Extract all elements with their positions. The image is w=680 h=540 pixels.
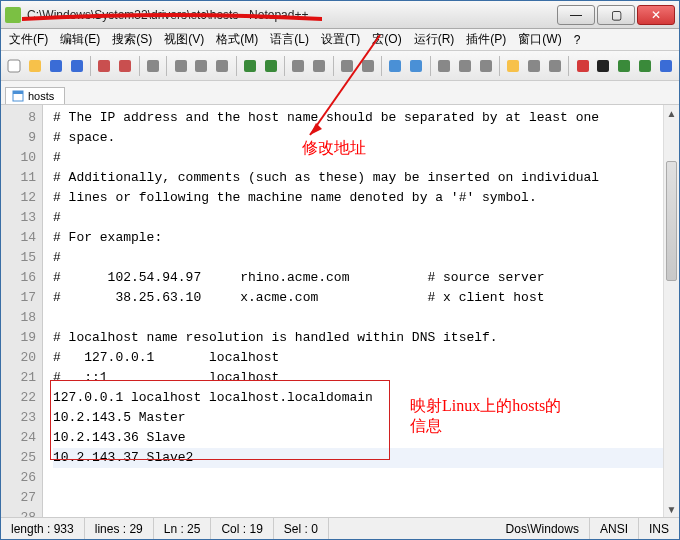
line-number: 11 (1, 168, 36, 188)
close-all-icon[interactable] (116, 56, 135, 76)
menu-item-7[interactable]: 宏(O) (366, 29, 407, 50)
svg-rect-26 (618, 60, 630, 72)
code-line[interactable]: 127.0.0.1 localhost localhost.localdomai… (53, 388, 679, 408)
svg-rect-10 (244, 60, 256, 72)
code-line[interactable]: 10.2.143.5 Master (53, 408, 679, 428)
redo-icon[interactable] (261, 56, 280, 76)
svg-rect-0 (8, 60, 20, 72)
doc-map-icon[interactable] (525, 56, 544, 76)
menu-item-10[interactable]: 窗口(W) (512, 29, 567, 50)
paste-icon[interactable] (213, 56, 232, 76)
open-file-icon[interactable] (26, 56, 45, 76)
sync-h-icon[interactable] (407, 56, 426, 76)
record-icon[interactable] (573, 56, 592, 76)
app-icon (5, 7, 21, 23)
code-line[interactable]: 10.2.143.36 Slave (53, 428, 679, 448)
show-all-icon[interactable] (455, 56, 474, 76)
tab-hosts[interactable]: hosts (5, 87, 65, 104)
new-file-icon[interactable] (5, 56, 24, 76)
status-eol: Dos\Windows (496, 518, 590, 539)
toolbar-separator (430, 56, 431, 76)
find-icon[interactable] (289, 56, 308, 76)
svg-rect-2 (50, 60, 62, 72)
svg-rect-5 (119, 60, 131, 72)
code-line[interactable] (53, 488, 679, 508)
svg-rect-12 (292, 60, 304, 72)
menu-item-11[interactable]: ? (568, 31, 587, 49)
code-line[interactable]: # lines or following the machine name de… (53, 188, 679, 208)
toolbar-separator (284, 56, 285, 76)
line-number: 22 (1, 388, 36, 408)
scroll-track[interactable] (664, 121, 679, 501)
play-icon[interactable] (615, 56, 634, 76)
play-multi-icon[interactable] (635, 56, 654, 76)
code-line[interactable]: # Additionally, comments (such as these)… (53, 168, 679, 188)
code-line[interactable]: # 38.25.63.10 x.acme.com # x client host (53, 288, 679, 308)
toolbar (1, 51, 679, 81)
code-line[interactable]: # (53, 148, 679, 168)
code-line[interactable]: # 102.54.94.97 rhino.acme.com # source s… (53, 268, 679, 288)
menu-item-2[interactable]: 搜索(S) (106, 29, 158, 50)
code-line[interactable]: # space. (53, 128, 679, 148)
save-all-icon[interactable] (67, 56, 86, 76)
save-macro-icon[interactable] (656, 56, 675, 76)
svg-rect-13 (313, 60, 325, 72)
func-list-icon[interactable] (545, 56, 564, 76)
code-line[interactable]: # ::1 localhost (53, 368, 679, 388)
close-icon[interactable] (95, 56, 114, 76)
scroll-down-icon[interactable]: ▼ (664, 501, 679, 517)
scroll-thumb[interactable] (666, 161, 677, 281)
menu-item-4[interactable]: 格式(M) (210, 29, 264, 50)
menu-item-3[interactable]: 视图(V) (158, 29, 210, 50)
wrap-icon[interactable] (435, 56, 454, 76)
menu-item-1[interactable]: 编辑(E) (54, 29, 106, 50)
code-line[interactable]: # (53, 248, 679, 268)
menu-item-6[interactable]: 设置(T) (315, 29, 366, 50)
line-gutter: 8910111213141516171819202122232425262728 (1, 105, 43, 517)
menu-item-0[interactable]: 文件(F) (3, 29, 54, 50)
status-encoding: ANSI (590, 518, 639, 539)
sync-v-icon[interactable] (386, 56, 405, 76)
menu-item-5[interactable]: 语言(L) (264, 29, 315, 50)
code-line[interactable]: # 127.0.0.1 localhost (53, 348, 679, 368)
cut-icon[interactable] (171, 56, 190, 76)
undo-icon[interactable] (241, 56, 260, 76)
scroll-up-icon[interactable]: ▲ (664, 105, 679, 121)
menu-item-9[interactable]: 插件(P) (460, 29, 512, 50)
line-number: 20 (1, 348, 36, 368)
zoom-in-icon[interactable] (338, 56, 357, 76)
svg-rect-3 (71, 60, 83, 72)
print-icon[interactable] (144, 56, 163, 76)
close-button[interactable]: ✕ (637, 5, 675, 25)
code-line[interactable]: # The IP address and the host name shoul… (53, 108, 679, 128)
code-area[interactable]: # The IP address and the host name shoul… (43, 105, 679, 517)
replace-icon[interactable] (310, 56, 329, 76)
svg-rect-24 (577, 60, 589, 72)
zoom-out-icon[interactable] (358, 56, 377, 76)
editor[interactable]: 8910111213141516171819202122232425262728… (1, 105, 679, 517)
code-line[interactable] (53, 508, 679, 517)
menu-item-8[interactable]: 运行(R) (408, 29, 461, 50)
svg-rect-25 (597, 60, 609, 72)
save-icon[interactable] (47, 56, 66, 76)
code-line[interactable] (53, 308, 679, 328)
status-ln: Ln : 25 (154, 518, 212, 539)
maximize-button[interactable]: ▢ (597, 5, 635, 25)
line-number: 16 (1, 268, 36, 288)
vertical-scrollbar[interactable]: ▲ ▼ (663, 105, 679, 517)
stop-icon[interactable] (594, 56, 613, 76)
code-line[interactable] (53, 468, 679, 488)
code-line[interactable]: # (53, 208, 679, 228)
line-number: 18 (1, 308, 36, 328)
code-line[interactable]: # For example: (53, 228, 679, 248)
svg-rect-16 (389, 60, 401, 72)
folder-tree-icon[interactable] (504, 56, 523, 76)
svg-rect-6 (147, 60, 159, 72)
toolbar-separator (166, 56, 167, 76)
indent-icon[interactable] (476, 56, 495, 76)
copy-icon[interactable] (192, 56, 211, 76)
code-line[interactable]: # localhost name resolution is handled w… (53, 328, 679, 348)
svg-rect-15 (362, 60, 374, 72)
code-line[interactable]: 10.2.143.37 Slave2 (53, 448, 679, 468)
minimize-button[interactable]: — (557, 5, 595, 25)
